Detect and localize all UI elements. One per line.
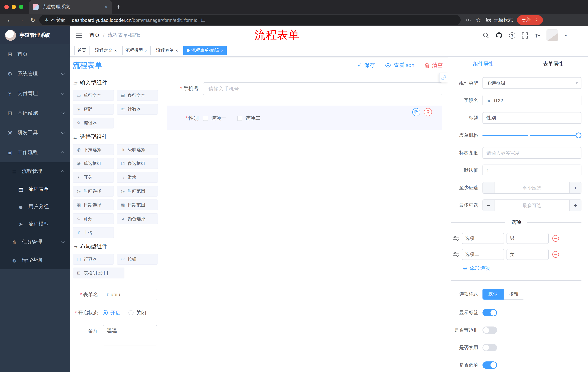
form-grid-slider[interactable] bbox=[483, 130, 581, 141]
avatar-caret-icon[interactable]: ▾ bbox=[565, 33, 567, 38]
tab-form-properties[interactable]: 表单属性 bbox=[518, 57, 588, 71]
sidebar-item-payment[interactable]: ¥ 支付管理 bbox=[0, 84, 70, 103]
gender-field-selected[interactable]: *性别 选项一 选项二 bbox=[167, 106, 442, 130]
style-default-button[interactable]: 默认 bbox=[483, 289, 504, 299]
component-type-value[interactable] bbox=[483, 77, 581, 89]
clear-button[interactable]: 清空 bbox=[425, 62, 443, 69]
fullscreen-icon[interactable] bbox=[522, 32, 528, 38]
sidebar-item-infrastructure[interactable]: ⊡ 基础设施 bbox=[0, 103, 70, 123]
decrease-button[interactable]: − bbox=[483, 200, 494, 211]
tag-close-icon[interactable]: × bbox=[221, 48, 223, 53]
component-date-range[interactable]: ▩日期范围 bbox=[117, 200, 158, 210]
browser-update-button[interactable]: 更新 ⋮ bbox=[517, 15, 543, 25]
option-drag-icon[interactable] bbox=[453, 236, 459, 241]
sidebar-item-user-group[interactable]: ☻ 用户分组 bbox=[0, 198, 70, 215]
component-row-container[interactable]: ▢行容器 bbox=[73, 254, 114, 265]
component-upload[interactable]: ⇧上传 bbox=[73, 227, 114, 238]
sidebar-item-home[interactable]: ⊞ 首页 bbox=[0, 44, 70, 64]
search-icon[interactable] bbox=[483, 32, 489, 39]
component-select[interactable]: ◎下拉选择 bbox=[73, 144, 114, 155]
remove-option-button[interactable]: − bbox=[552, 251, 559, 258]
component-checkbox-group[interactable]: ☑多选框组 bbox=[117, 158, 158, 169]
hamburger-icon[interactable] bbox=[70, 32, 85, 38]
sidebar-item-workflow[interactable]: ▣ 工作流程 bbox=[0, 143, 70, 162]
slider-handle[interactable] bbox=[576, 132, 581, 138]
font-size-icon[interactable]: TT bbox=[535, 32, 540, 38]
sidebar-item-process-management[interactable]: ≣ 流程管理 bbox=[0, 162, 70, 181]
tag-process-definition[interactable]: 流程定义 × bbox=[92, 46, 120, 55]
help-icon[interactable]: ? bbox=[509, 32, 515, 38]
tab-close-icon[interactable]: × bbox=[104, 4, 108, 10]
back-icon[interactable]: ← bbox=[4, 15, 15, 25]
tag-close-icon[interactable]: × bbox=[145, 48, 147, 53]
increase-button[interactable]: + bbox=[569, 182, 581, 193]
gender-option-1[interactable]: 选项一 bbox=[203, 115, 226, 122]
tag-close-icon[interactable]: × bbox=[175, 48, 178, 53]
status-radio-off[interactable]: 关闭 bbox=[128, 307, 146, 319]
user-avatar[interactable] bbox=[547, 30, 558, 41]
component-color-picker[interactable]: ◕颜色选择 bbox=[117, 213, 158, 224]
url-omnibox[interactable]: ⚠ 不安全 dashboard.yudao.iocoder.cn /bpm/ma… bbox=[39, 15, 461, 25]
checkbox-icon[interactable] bbox=[237, 116, 242, 121]
component-button[interactable]: ☞按钮 bbox=[117, 254, 158, 265]
option-label-input[interactable] bbox=[462, 233, 504, 244]
form-name-input[interactable] bbox=[103, 289, 157, 300]
component-rate[interactable]: ☆评分 bbox=[73, 213, 114, 224]
copy-widget-button[interactable] bbox=[412, 108, 420, 116]
component-type-select[interactable]: ▾ bbox=[483, 77, 581, 89]
component-date-picker[interactable]: ▦日期选择 bbox=[73, 200, 114, 210]
password-key-icon[interactable] bbox=[466, 17, 472, 23]
component-cascader[interactable]: ⋔级联选择 bbox=[117, 144, 158, 155]
option-label-input[interactable] bbox=[462, 249, 504, 260]
save-button[interactable]: ✓ 保存 bbox=[357, 62, 375, 69]
delete-widget-button[interactable] bbox=[424, 108, 432, 116]
component-slider[interactable]: ↔滑块 bbox=[117, 172, 158, 183]
tag-home[interactable]: 首页 bbox=[74, 46, 90, 55]
disabled-switch[interactable] bbox=[483, 344, 497, 351]
minimize-window-button[interactable] bbox=[12, 5, 16, 9]
tag-close-icon[interactable]: × bbox=[114, 48, 117, 53]
sidebar-logo[interactable]: 芋道管理系统 bbox=[0, 26, 70, 44]
phone-field[interactable]: *手机号 bbox=[167, 82, 442, 95]
component-switch[interactable]: ◐开关 bbox=[73, 172, 114, 183]
gender-option-2[interactable]: 选项二 bbox=[237, 115, 261, 122]
view-json-button[interactable]: 查看json bbox=[385, 62, 414, 69]
border-switch[interactable] bbox=[483, 327, 497, 334]
max-select-input[interactable] bbox=[494, 200, 569, 211]
option-value-input[interactable] bbox=[506, 249, 549, 260]
tag-process-form-edit[interactable]: 流程表单-编辑 × bbox=[183, 46, 227, 55]
forward-icon[interactable]: → bbox=[16, 15, 26, 25]
component-text-input[interactable]: ▭单行文本 bbox=[73, 90, 114, 101]
label-width-input[interactable] bbox=[483, 147, 581, 159]
checkbox-icon[interactable] bbox=[203, 116, 208, 121]
add-option-button[interactable]: ⊕ 添加选项 bbox=[463, 265, 581, 272]
remove-option-button[interactable]: − bbox=[552, 235, 559, 242]
sidebar-item-leave-query[interactable]: ☺ 请假查询 bbox=[0, 251, 70, 269]
decrease-button[interactable]: − bbox=[483, 182, 494, 193]
field-name-input[interactable] bbox=[483, 95, 581, 106]
status-radio-on[interactable]: 开启 bbox=[103, 307, 120, 319]
sidebar-item-process-model[interactable]: ➤ 流程模型 bbox=[0, 215, 70, 233]
reload-icon[interactable]: ↻ bbox=[28, 15, 38, 25]
component-password[interactable]: ∗密码 bbox=[73, 104, 114, 115]
browser-tab[interactable]: 芋道管理系统 × bbox=[29, 0, 112, 14]
panel-collapse-link-button[interactable] bbox=[439, 73, 448, 82]
maximize-window-button[interactable] bbox=[19, 5, 23, 9]
slider-track[interactable] bbox=[483, 135, 578, 136]
security-label[interactable]: 不安全 bbox=[51, 17, 65, 23]
component-textarea[interactable]: ▤多行文本 bbox=[117, 90, 158, 101]
sidebar-item-task-management[interactable]: ⋔ 任务管理 bbox=[0, 233, 70, 251]
sidebar-item-process-form[interactable]: ▤ 流程表单 bbox=[0, 181, 70, 198]
tag-process-model[interactable]: 流程模型 × bbox=[122, 46, 151, 55]
component-time-picker[interactable]: ◷时间选择 bbox=[73, 186, 114, 197]
component-table[interactable]: ⊞表格[开发中] bbox=[73, 267, 125, 278]
bookmark-star-icon[interactable]: ☆ bbox=[476, 17, 481, 23]
title-input[interactable] bbox=[483, 112, 581, 124]
design-canvas[interactable]: *手机号 *性别 选项一 选项二 bbox=[162, 74, 448, 372]
component-radio-group[interactable]: ◉单选框组 bbox=[73, 158, 114, 169]
tab-component-properties[interactable]: 组件属性 bbox=[448, 57, 518, 71]
github-icon[interactable] bbox=[496, 32, 503, 39]
sidebar-item-devtools[interactable]: ⚒ 研发工具 bbox=[0, 123, 70, 143]
show-label-switch[interactable] bbox=[483, 309, 497, 316]
option-value-input[interactable] bbox=[506, 233, 549, 244]
